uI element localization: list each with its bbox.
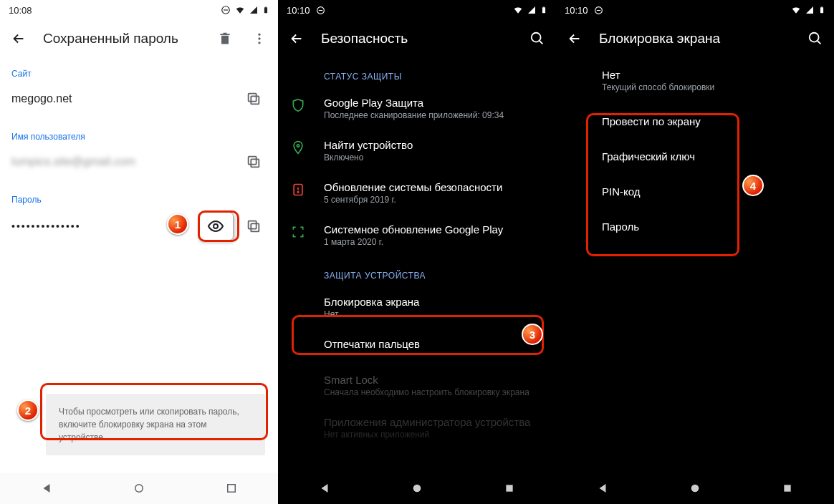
item-security-update[interactable]: Обновление системы безопасности5 сентябр… xyxy=(278,172,556,214)
nav-back[interactable] xyxy=(29,478,64,498)
username-row: lumpics.site@gmail.com xyxy=(0,145,278,183)
back-button[interactable] xyxy=(287,29,307,49)
svg-rect-15 xyxy=(228,485,236,493)
svg-rect-2 xyxy=(264,7,267,13)
back-button[interactable] xyxy=(565,29,585,49)
item-title: Google Play Защита xyxy=(324,97,545,109)
svg-point-6 xyxy=(258,42,260,44)
more-button[interactable] xyxy=(249,29,269,49)
username-value: lumpics.site@gmail.com xyxy=(11,155,234,168)
site-label: Сайт xyxy=(0,57,278,82)
item-play-system-update[interactable]: Системное обновление Google Play1 марта … xyxy=(278,214,556,256)
app-bar: Блокировка экрана xyxy=(556,20,834,57)
lock-current-title: Нет xyxy=(602,69,817,81)
svg-point-34 xyxy=(691,485,699,493)
battery-icon xyxy=(540,5,547,15)
nav-bar xyxy=(556,472,834,504)
status-icons xyxy=(221,5,269,15)
nav-home[interactable] xyxy=(678,478,712,498)
eye-icon xyxy=(207,218,224,235)
lock-option-pin[interactable]: PIN-код xyxy=(556,174,834,209)
site-row: megogo.net xyxy=(0,82,278,120)
status-icons xyxy=(791,5,825,15)
status-time: 10:10 xyxy=(565,5,588,16)
app-bar: Сохраненный пароль xyxy=(0,20,278,57)
item-title: Системное обновление Google Play xyxy=(324,223,545,236)
reveal-password-button[interactable] xyxy=(198,212,234,241)
item-smart-lock: Smart LockСначала необходимо настроить б… xyxy=(278,364,556,407)
nav-bar xyxy=(278,472,556,504)
item-title: Блокировка экрана xyxy=(324,296,545,308)
svg-point-32 xyxy=(810,33,819,42)
nav-home[interactable] xyxy=(122,478,156,498)
lock-option-password[interactable]: Пароль xyxy=(556,209,834,244)
svg-rect-18 xyxy=(542,7,545,13)
page-title: Сохраненный пароль xyxy=(43,31,201,47)
svg-point-22 xyxy=(297,145,299,147)
password-row: •••••••••••••• xyxy=(0,208,278,249)
item-sub: 5 сентября 2019 г. xyxy=(324,195,545,205)
svg-rect-9 xyxy=(251,159,259,167)
battery-icon xyxy=(262,5,269,15)
battery-icon xyxy=(818,5,825,15)
item-device-admin[interactable]: Приложения администратора устройстваНет … xyxy=(278,407,556,449)
lock-option-pattern[interactable]: Графический ключ xyxy=(556,139,834,174)
svg-rect-13 xyxy=(249,221,257,229)
item-title: Приложения администратора устройства xyxy=(324,416,545,428)
search-button[interactable] xyxy=(527,29,547,49)
copy-username-button[interactable] xyxy=(241,149,267,175)
back-button[interactable] xyxy=(9,29,29,49)
search-button[interactable] xyxy=(805,29,825,49)
status-bar: 10:10 xyxy=(278,0,556,20)
wifi-icon xyxy=(791,5,801,15)
signal-icon xyxy=(527,5,536,15)
svg-rect-10 xyxy=(249,157,257,165)
svg-point-11 xyxy=(214,224,218,228)
phone-saved-password: 10:08 Сохраненный пароль Сайт megogo.net… xyxy=(0,0,278,504)
content: Сайт megogo.net Имя пользователя lumpics… xyxy=(0,57,278,249)
status-time: 10:10 xyxy=(287,5,310,16)
wifi-icon xyxy=(513,5,523,15)
item-find-device[interactable]: Найти устройствоВключено xyxy=(278,130,556,172)
update-icon xyxy=(289,223,307,241)
svg-line-21 xyxy=(540,41,543,44)
item-fingerprints[interactable]: Отпечатки пальцев xyxy=(278,329,556,364)
app-bar: Безопасность xyxy=(278,20,556,57)
signal-icon xyxy=(805,5,814,15)
site-value[interactable]: megogo.net xyxy=(11,92,234,105)
svg-point-25 xyxy=(297,192,299,193)
page-title: Блокировка экрана xyxy=(599,31,791,47)
item-screen-lock[interactable]: Блокировка экранаНет xyxy=(278,286,556,329)
lock-option-swipe[interactable]: Провести по экрану xyxy=(556,104,834,139)
phone-screen-lock: 10:10 Блокировка экрана Нет Текущий спос… xyxy=(556,0,834,504)
lock-current-sub: Текущий способ блокировки xyxy=(602,82,817,92)
nav-recent[interactable] xyxy=(214,478,249,498)
item-title: Smart Lock xyxy=(324,374,545,386)
copy-password-button[interactable] xyxy=(241,213,267,239)
page-title: Безопасность xyxy=(321,31,513,47)
alert-icon xyxy=(289,181,307,198)
lock-current[interactable]: Нет Текущий способ блокировки xyxy=(585,57,834,104)
nav-back[interactable] xyxy=(585,478,620,498)
copy-site-button[interactable] xyxy=(241,86,267,112)
nav-recent[interactable] xyxy=(770,478,805,498)
item-sub: Включено xyxy=(324,152,545,163)
wifi-icon xyxy=(235,5,245,15)
nav-back[interactable] xyxy=(307,478,342,498)
svg-rect-19 xyxy=(543,6,545,7)
item-title: Обновление системы безопасности xyxy=(324,181,545,193)
dnd-icon xyxy=(316,6,325,15)
item-sub: Последнее сканирование приложений: 09:34 xyxy=(324,110,545,120)
item-sub: 1 марта 2020 г. xyxy=(324,237,545,247)
shield-icon xyxy=(289,97,307,114)
delete-button[interactable] xyxy=(215,29,235,49)
dnd-icon xyxy=(221,5,231,15)
nav-home[interactable] xyxy=(400,478,434,498)
nav-recent[interactable] xyxy=(492,478,527,498)
svg-point-14 xyxy=(135,485,143,493)
item-play-protect[interactable]: Google Play ЗащитаПоследнее сканирование… xyxy=(278,87,556,130)
svg-rect-12 xyxy=(251,223,259,231)
svg-point-5 xyxy=(258,37,260,39)
status-bar: 10:10 xyxy=(556,0,834,20)
status-icons xyxy=(513,5,547,15)
